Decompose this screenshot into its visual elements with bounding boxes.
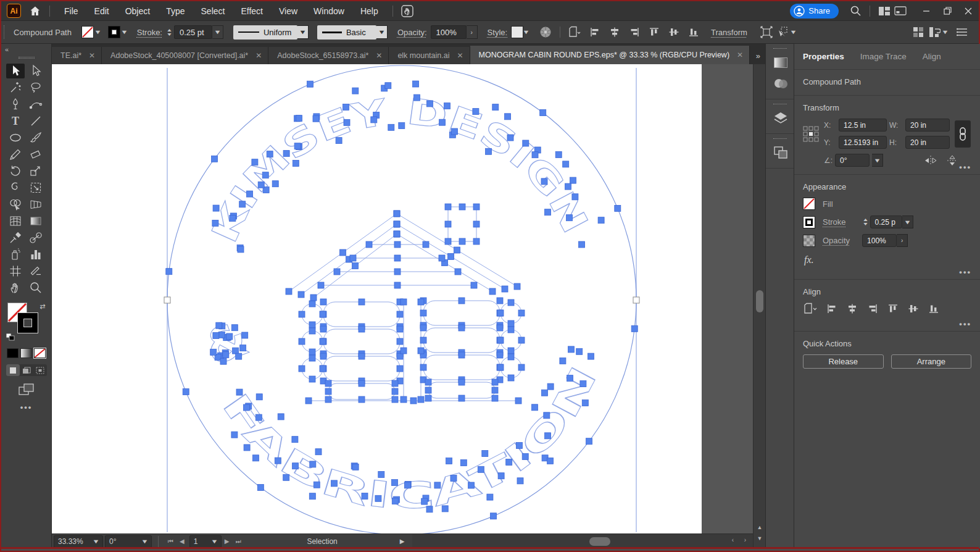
arrange-button[interactable]: Arrange [891,354,972,369]
fill-label[interactable]: Fill [823,199,833,209]
opacity-value[interactable]: 100% [431,25,467,39]
hand-cursor-box-icon[interactable] [399,3,415,19]
ellipse-tool-icon[interactable] [6,130,25,145]
none-button[interactable] [34,348,46,358]
draw-behind-icon[interactable] [20,364,33,376]
transform-link[interactable]: Transform [711,28,747,37]
recolor-artwork-icon[interactable] [538,24,554,40]
screen-mode-icon[interactable] [19,383,35,396]
align-to-selection-icon[interactable] [567,24,583,40]
panel-tab-image-trace[interactable]: Image Trace [860,52,907,61]
angle-chevron[interactable]: ▼ [872,154,883,167]
fill-color-swatch[interactable] [81,26,94,38]
align-top-icon[interactable] [648,26,660,38]
align-right-icon[interactable] [628,26,641,38]
close-tab-icon[interactable]: ✕ [89,51,95,60]
chevron-down-icon[interactable]: ▼ [941,29,949,35]
next-artboard-icon[interactable]: ▶ [222,538,233,545]
scroll-up-icon[interactable]: ▲ [754,522,766,532]
rotate-tool-icon[interactable] [6,164,25,178]
zoom-tool-icon[interactable] [27,280,45,295]
dock-grip[interactable] [773,48,787,49]
brush-dropdown[interactable]: Basic [317,25,376,40]
align-bottom-icon[interactable] [687,26,700,38]
document-tab[interactable]: AdobeStock_405008007 [Converted].ai*✕ [102,47,268,64]
lasso-tool-icon[interactable] [27,80,45,95]
snap-grid-icon[interactable] [910,24,926,40]
release-button[interactable]: Release [803,354,884,369]
scroll-left-icon[interactable]: ‹ [729,537,737,543]
type-tool-icon[interactable]: T [6,114,25,128]
line-segment-tool-icon[interactable] [27,114,45,128]
fx-button[interactable]: fx. [804,254,971,266]
style-label[interactable]: Style: [488,28,508,37]
previous-artboard-icon[interactable]: ◀ [176,538,188,545]
opacity-value-input[interactable]: 100% [862,234,897,247]
angle-dropdown[interactable]: 0° [835,154,870,167]
blend-tool-icon[interactable] [27,230,45,245]
gradient-panel-icon[interactable] [766,52,795,73]
artboard[interactable]: KIMSEY DESIGNFABRICATION& [52,64,702,533]
transparency-panel-icon[interactable] [766,73,795,94]
width-profile-chevron[interactable]: ▼ [297,25,309,39]
style-swatch[interactable] [511,26,523,38]
menu-file[interactable]: File [56,1,86,20]
free-transform-tool-icon[interactable] [27,180,45,195]
status-menu-icon[interactable]: ▶ [397,538,408,545]
dock-grip[interactable] [773,138,787,139]
flip-horizontal-icon[interactable] [924,155,937,166]
w-input[interactable]: 20 in [905,119,950,132]
draw-normal-icon[interactable] [6,364,20,376]
chevron-down-icon[interactable]: ▼ [94,29,101,35]
close-tab-icon[interactable]: ✕ [457,51,463,60]
stroke-weight-dropdown[interactable]: ▼ [212,25,223,39]
layers-panel-icon[interactable] [766,107,795,128]
default-fill-stroke-icon[interactable] [6,333,15,341]
stroke-weight-label[interactable]: Stroke: [137,28,162,37]
appearance-stroke-swatch[interactable] [803,216,815,228]
shaper-tool-icon[interactable] [6,180,25,195]
collapse-toolbar-icon[interactable]: « [1,44,51,53]
align-center-v-icon[interactable] [668,26,680,38]
panel-tab-properties[interactable]: Properties [803,52,844,61]
slice-tool-icon[interactable] [27,264,45,278]
align-to-selection-icon[interactable] [803,303,818,315]
share-button[interactable]: Share [790,4,839,19]
align-top-icon[interactable] [887,303,899,315]
h-input[interactable]: 20 in [905,136,950,149]
document-tab[interactable]: AdobeStock_65158973.ai*✕ [268,47,389,64]
tab-overflow-icon[interactable]: » [756,51,765,64]
align-center-h-icon[interactable] [608,26,621,38]
draw-inside-icon[interactable] [33,364,47,376]
home-icon[interactable] [27,3,43,19]
scale-tool-icon[interactable] [27,164,45,178]
pen-tool-icon[interactable] [6,97,25,112]
search-icon[interactable] [847,3,863,19]
gradient-button[interactable] [20,348,32,358]
stroke-value-chevron[interactable]: ▼ [902,215,913,228]
chevron-down-icon[interactable]: ▼ [522,29,529,35]
y-input[interactable]: 12.5193 in [839,136,887,149]
column-graph-tool-icon[interactable] [27,247,45,262]
document-tab[interactable]: MONOGRAM CABIN ROUND EPS.eps* @ 33.33 % … [470,46,750,64]
more-options-icon[interactable]: ••• [959,270,971,274]
document-tab[interactable]: elk mountain.ai✕ [389,47,470,64]
appearance-opacity-swatch[interactable] [803,235,815,247]
flip-vertical-icon[interactable] [946,155,958,166]
opacity-open-icon[interactable]: › [897,234,908,247]
more-options-icon[interactable]: ••• [959,165,971,169]
illustrator-logo-icon[interactable]: Ai [7,4,21,18]
close-tab-icon[interactable]: ✕ [737,51,743,59]
hand-tool-icon[interactable] [6,280,25,295]
gradient-tool-icon[interactable] [27,214,45,228]
align-right-icon[interactable] [866,303,879,315]
opacity-link[interactable]: Opacity [823,236,850,245]
shape-builder-tool-icon[interactable] [6,197,25,212]
horizontal-scroll-thumb[interactable] [589,537,610,546]
horizontal-scrollbar[interactable]: ‹ › [412,534,753,548]
stroke-indicator-swatch[interactable] [17,312,38,333]
close-tab-icon[interactable]: ✕ [255,51,262,60]
first-artboard-icon[interactable]: ⏮ [165,538,176,545]
stroke-color-swatch[interactable] [108,26,120,38]
document-tab[interactable]: TE.ai*✕ [52,47,102,64]
